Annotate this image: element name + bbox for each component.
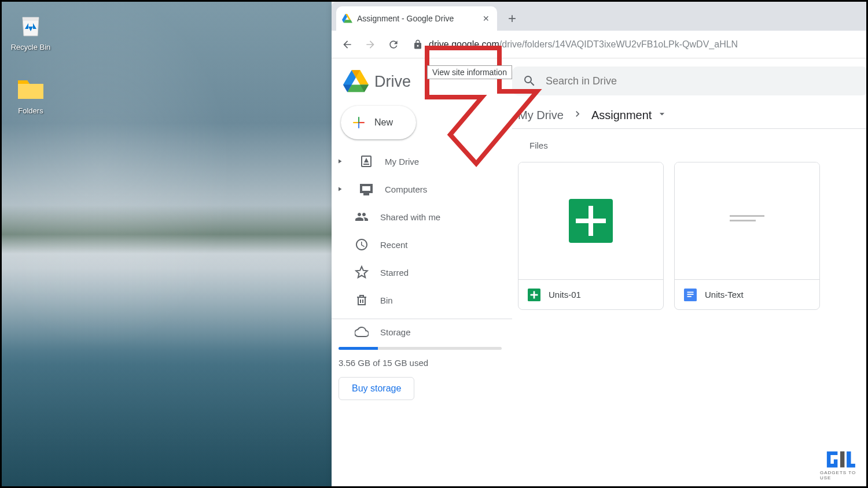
sidebar-item-shared[interactable]: Shared with me (332, 203, 504, 231)
tab-strip: Assignment - Google Drive ✕ + (332, 2, 868, 31)
files-section-label: Files (512, 129, 868, 162)
search-icon (523, 74, 536, 88)
sidebar-label: Bin (380, 295, 393, 305)
svg-rect-17 (840, 452, 844, 468)
address-bar[interactable]: drive.google.com/drive/folders/14VAQIDT3… (407, 34, 862, 55)
sidebar-label: Computers (385, 184, 427, 194)
main-panel: My Drive Assignment Files (512, 58, 868, 486)
tab-close-button[interactable]: ✕ (481, 13, 491, 24)
watermark-text: GADGETS TO USE (820, 470, 860, 480)
sidebar-item-my-drive[interactable]: My Drive (332, 147, 504, 175)
forward-button[interactable] (361, 35, 380, 54)
svg-rect-10 (531, 294, 538, 295)
file-card-sheets[interactable]: Units-01 (518, 162, 664, 310)
file-footer: Units-Text (675, 279, 819, 309)
svg-rect-0 (358, 117, 359, 122)
sheets-icon (528, 289, 540, 301)
file-preview (675, 162, 819, 279)
sidebar: Drive New My (332, 58, 512, 486)
svg-rect-2 (353, 122, 358, 123)
svg-rect-14 (687, 291, 694, 293)
storage-fill (339, 347, 378, 350)
folders-label: Folders (8, 106, 54, 115)
desktop-background: Recycle Bin Folders (2, 2, 332, 486)
trash-icon (355, 293, 369, 307)
new-button-label: New (374, 117, 393, 128)
recycle-bin-glyph (17, 10, 45, 38)
sidebar-label: Recent (380, 240, 408, 250)
storage-label: Storage (380, 327, 411, 337)
cloud-icon (355, 325, 369, 339)
expand-arrow-icon[interactable] (332, 186, 348, 193)
sidebar-item-bin[interactable]: Bin (332, 286, 504, 314)
recycle-bin-label: Recycle Bin (8, 43, 54, 51)
file-grid: Units-01 (512, 162, 868, 310)
watermark: GADGETS TO USE (820, 449, 860, 480)
browser-window: Assignment - Google Drive ✕ + drive.goog… (332, 2, 868, 486)
star-icon (355, 265, 369, 279)
file-preview (518, 162, 663, 279)
arrow-right-icon (365, 39, 376, 50)
breadcrumb: My Drive Assignment (512, 95, 868, 129)
tab-title: Assignment - Google Drive (357, 14, 476, 23)
reload-button[interactable] (384, 35, 403, 54)
sidebar-label: Shared with me (380, 212, 440, 222)
docs-icon (684, 289, 697, 301)
shared-icon (355, 210, 369, 224)
sidebar-divider (332, 319, 512, 319)
drive-logo-icon (343, 70, 369, 93)
chevron-right-icon (572, 108, 583, 123)
new-tab-button[interactable]: + (503, 9, 521, 28)
drive-favicon (342, 13, 352, 24)
drive-body: Drive New My (332, 58, 868, 486)
browser-tab[interactable]: Assignment - Google Drive ✕ (336, 6, 497, 31)
site-info-tooltip: View site information (427, 65, 512, 79)
sidebar-item-starred[interactable]: Starred (332, 258, 504, 286)
arrow-left-icon (341, 39, 353, 50)
new-button[interactable]: New (341, 106, 416, 139)
file-footer: Units-01 (518, 279, 663, 309)
breadcrumb-current[interactable]: Assignment (591, 109, 652, 122)
lock-icon[interactable] (413, 39, 423, 50)
svg-rect-16 (687, 295, 692, 297)
storage-bar (339, 347, 502, 350)
url-path: /drive/folders/14VAQIDT3ixeWU2vFB1oLPk-Q… (499, 39, 738, 49)
svg-rect-11 (730, 215, 764, 217)
recycle-bin-icon[interactable]: Recycle Bin (8, 10, 54, 51)
search-bar[interactable] (512, 66, 868, 95)
docs-preview-lines (730, 215, 764, 227)
watermark-logo (823, 449, 858, 470)
folders-desktop-icon[interactable]: Folders (8, 77, 54, 115)
recent-icon (355, 238, 369, 252)
search-input[interactable] (546, 75, 858, 87)
svg-rect-15 (687, 294, 694, 295)
storage-section: Storage 3.56 GB of 15 GB used Buy storag… (332, 325, 512, 400)
svg-rect-4 (358, 122, 359, 123)
sidebar-item-storage[interactable]: Storage (339, 325, 502, 339)
browser-toolbar: drive.google.com/drive/folders/14VAQIDT3… (332, 31, 868, 58)
url-host: drive.google.com (429, 39, 499, 49)
file-card-docs[interactable]: Units-Text (674, 162, 820, 310)
expand-arrow-icon[interactable] (332, 158, 348, 165)
sidebar-item-recent[interactable]: Recent (332, 231, 504, 258)
sheets-preview-icon (569, 199, 613, 243)
folder-glyph (17, 77, 45, 100)
file-name: Units-01 (549, 290, 581, 300)
plus-icon (351, 115, 366, 130)
svg-rect-12 (730, 220, 756, 221)
storage-used-text: 3.56 GB of 15 GB used (339, 358, 502, 368)
back-button[interactable] (337, 35, 357, 54)
breadcrumb-dropdown[interactable] (656, 108, 668, 123)
breadcrumb-root[interactable]: My Drive (518, 109, 564, 122)
sidebar-label: Starred (380, 268, 409, 278)
file-name: Units-Text (705, 290, 744, 300)
drive-logo-text: Drive (374, 73, 411, 91)
my-drive-icon (359, 154, 373, 168)
buy-storage-button[interactable]: Buy storage (339, 377, 414, 400)
svg-rect-1 (358, 123, 359, 128)
url-text: drive.google.com/drive/folders/14VAQIDT3… (429, 39, 738, 50)
svg-rect-3 (359, 122, 365, 123)
sidebar-item-computers[interactable]: Computers (332, 175, 504, 203)
reload-icon (388, 39, 399, 50)
svg-rect-7 (576, 219, 606, 223)
